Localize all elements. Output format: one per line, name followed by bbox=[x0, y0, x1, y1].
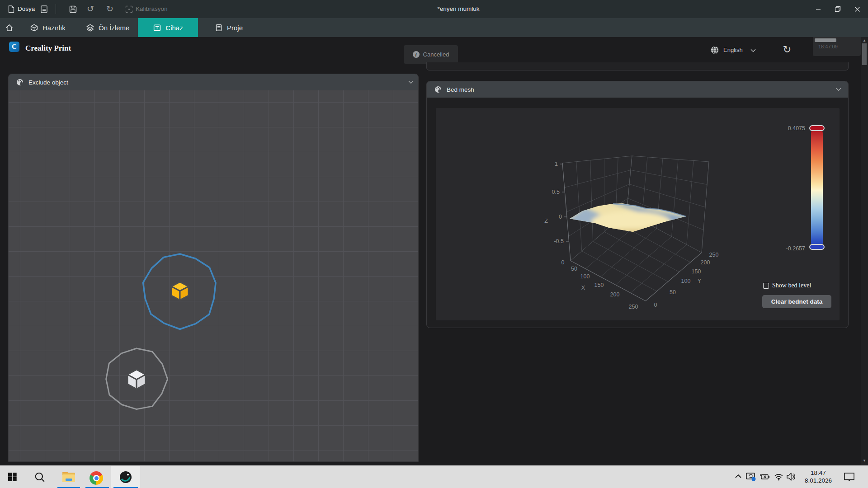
build-plate-grid bbox=[9, 90, 418, 461]
info-icon: i bbox=[413, 51, 420, 58]
tab-label: Cihaz bbox=[165, 24, 183, 32]
svg-text:1: 1 bbox=[555, 161, 558, 167]
log-panel-stub: 18:47:09 bbox=[813, 37, 861, 56]
chevron-down-icon[interactable] bbox=[408, 80, 414, 84]
minimize-button[interactable] bbox=[808, 0, 829, 18]
app-window: Dosya ↺ ↻ Kalibrasyon *eriyen mumluk bbox=[0, 0, 868, 488]
chrome-icon-core bbox=[94, 476, 99, 480]
toast-message: Cancelled bbox=[423, 51, 449, 58]
exclude-object-header[interactable]: Exclude object bbox=[9, 74, 418, 90]
svg-text:-0.5: -0.5 bbox=[554, 238, 564, 244]
windows-taskbar: 18:47 8.01.2026 bbox=[0, 465, 868, 488]
svg-text:0.5: 0.5 bbox=[552, 189, 560, 195]
printer-icon bbox=[153, 23, 161, 32]
file-explorer-icon[interactable] bbox=[62, 471, 75, 483]
svg-text:Z: Z bbox=[544, 218, 548, 224]
creality-print-icon bbox=[119, 471, 132, 483]
action-center-icon[interactable] bbox=[844, 473, 855, 482]
svg-text:200: 200 bbox=[701, 259, 710, 266]
tab-proje[interactable]: Proje bbox=[215, 18, 243, 37]
close-button[interactable] bbox=[847, 0, 868, 18]
creality-logo: C bbox=[9, 42, 19, 52]
svg-text:Y: Y bbox=[698, 278, 702, 284]
scroll-up-icon[interactable]: ▲ bbox=[861, 38, 868, 42]
tab-hazirlik[interactable]: Hazırlık bbox=[30, 18, 66, 37]
svg-text:0: 0 bbox=[561, 259, 565, 266]
status-toast: i Cancelled bbox=[404, 45, 458, 64]
surface-mesh bbox=[566, 201, 690, 235]
svg-text:100: 100 bbox=[580, 273, 590, 280]
colorbar-max-cap bbox=[809, 125, 825, 131]
svg-text:0: 0 bbox=[559, 214, 562, 220]
chrome-icon[interactable] bbox=[90, 471, 103, 485]
file-icon bbox=[8, 5, 15, 13]
tray-speaker-icon[interactable] bbox=[786, 472, 796, 481]
colorbar-min-label: -0.2657 bbox=[767, 245, 805, 252]
tab-label: Ön İzleme bbox=[99, 24, 129, 32]
calibration-icon bbox=[125, 5, 133, 13]
box-icon bbox=[30, 23, 38, 32]
chevron-down-icon[interactable] bbox=[750, 49, 756, 52]
tab-home[interactable] bbox=[5, 18, 14, 37]
svg-text:150: 150 bbox=[692, 268, 701, 275]
vertical-scrollbar[interactable]: ▲ ▼ bbox=[861, 37, 868, 465]
show-bed-level-row: Show bed level bbox=[763, 282, 811, 289]
svg-text:0: 0 bbox=[654, 302, 657, 308]
titlebar-separator bbox=[56, 4, 56, 14]
taskbar-clock[interactable]: 18:47 8.01.2026 bbox=[800, 468, 836, 487]
creality-taskbar-cell[interactable] bbox=[111, 466, 140, 488]
clear-bednet-data-button[interactable]: Clear bednet data bbox=[762, 295, 831, 308]
language-selector[interactable]: English bbox=[723, 47, 743, 53]
refresh-icon[interactable]: ↻ bbox=[780, 42, 794, 57]
exclude-object-panel: Exclude object bbox=[8, 74, 419, 462]
object-marker[interactable] bbox=[106, 348, 168, 409]
svg-text:200: 200 bbox=[610, 291, 620, 298]
panel-title: Bed mesh bbox=[447, 86, 474, 93]
calibration-menu[interactable]: Kalibrasyon bbox=[136, 0, 168, 18]
scroll-down-icon[interactable]: ▼ bbox=[861, 459, 868, 463]
svg-text:50: 50 bbox=[670, 289, 676, 296]
taskbar-time: 18:47 bbox=[800, 469, 836, 477]
restore-icon bbox=[835, 6, 841, 12]
collapsed-panel-stub bbox=[426, 62, 849, 70]
scrollbar-thumb[interactable] bbox=[862, 43, 867, 65]
bed-mesh-header[interactable]: Bed mesh bbox=[427, 81, 848, 98]
colorbar-max-label: 0.4075 bbox=[769, 125, 805, 131]
redo-icon[interactable]: ↻ bbox=[103, 0, 117, 18]
tray-battery-icon[interactable] bbox=[760, 474, 770, 480]
chevron-down-icon[interactable] bbox=[836, 88, 841, 91]
document-title: *eriyen mumluk bbox=[437, 0, 479, 18]
save-icon[interactable] bbox=[69, 5, 77, 13]
start-button-icon[interactable] bbox=[8, 473, 17, 481]
tray-display-sync-icon[interactable] bbox=[746, 472, 757, 482]
search-icon[interactable] bbox=[34, 472, 45, 483]
chart-axis-labels: 10.50-0.5050100150200250050100150200250X… bbox=[544, 161, 718, 310]
recent-list-icon[interactable] bbox=[41, 5, 47, 13]
restore-button[interactable] bbox=[827, 0, 848, 18]
layers-icon bbox=[86, 23, 94, 32]
colorbar-min-cap bbox=[809, 244, 825, 250]
undo-icon[interactable]: ↺ bbox=[84, 0, 97, 18]
svg-text:100: 100 bbox=[681, 278, 691, 284]
svg-text:250: 250 bbox=[709, 252, 719, 258]
show-bed-level-checkbox[interactable] bbox=[763, 283, 769, 289]
log-time: 18:47:09 bbox=[818, 44, 838, 49]
svg-text:250: 250 bbox=[629, 304, 638, 310]
file-menu[interactable]: Dosya bbox=[18, 0, 35, 18]
minimize-icon bbox=[816, 6, 821, 12]
tab-label: Hazırlık bbox=[42, 24, 66, 32]
show-bed-level-label: Show bed level bbox=[772, 282, 811, 289]
taskbar-date: 8.01.2026 bbox=[800, 477, 836, 484]
palette-icon bbox=[16, 78, 24, 86]
tab-cihaz[interactable]: Cihaz bbox=[138, 18, 198, 37]
project-list-icon bbox=[215, 23, 223, 32]
titlebar: Dosya ↺ ↻ Kalibrasyon *eriyen mumluk bbox=[0, 0, 868, 18]
app-name: Creality Print bbox=[25, 44, 71, 53]
svg-text:50: 50 bbox=[571, 266, 577, 272]
tray-wifi-icon[interactable] bbox=[774, 473, 783, 481]
object-marker-selected[interactable] bbox=[143, 254, 216, 329]
tab-on-izleme[interactable]: Ön İzleme bbox=[86, 18, 129, 37]
tab-label: Proje bbox=[227, 24, 243, 32]
main-tabbar: Hazırlık Ön İzleme Cihaz Proje bbox=[0, 18, 868, 37]
tray-chevron-up-icon[interactable] bbox=[735, 474, 742, 479]
